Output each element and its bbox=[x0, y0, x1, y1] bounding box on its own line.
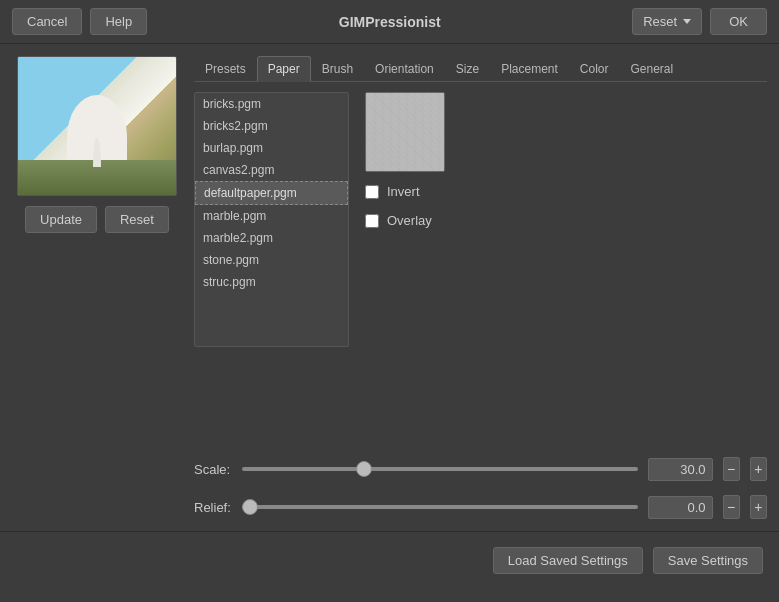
left-reset-button[interactable]: Reset bbox=[105, 206, 169, 233]
list-item[interactable]: marble2.pgm bbox=[195, 227, 348, 249]
relief-decrement-button[interactable]: − bbox=[723, 495, 740, 519]
scale-value-input[interactable] bbox=[648, 458, 713, 481]
invert-label: Invert bbox=[387, 184, 420, 199]
chevron-down-icon bbox=[683, 19, 691, 24]
overlay-label: Overlay bbox=[387, 213, 432, 228]
tab-placement[interactable]: Placement bbox=[490, 56, 569, 81]
tab-brush[interactable]: Brush bbox=[311, 56, 364, 81]
bottom-bar: Load Saved Settings Save Settings bbox=[0, 531, 779, 589]
relief-slider[interactable] bbox=[242, 505, 638, 509]
reset-dropdown-button[interactable]: Reset bbox=[632, 8, 702, 35]
list-item[interactable]: bricks2.pgm bbox=[195, 115, 348, 137]
scale-row: Scale: − + bbox=[194, 457, 767, 481]
update-button[interactable]: Update bbox=[25, 206, 97, 233]
relief-label: Relief: bbox=[194, 500, 232, 515]
invert-checkbox[interactable] bbox=[365, 185, 379, 199]
app-title: GIMPressionist bbox=[339, 14, 441, 30]
reset-label: Reset bbox=[643, 14, 677, 29]
load-settings-button[interactable]: Load Saved Settings bbox=[493, 547, 643, 574]
invert-row: Invert bbox=[365, 182, 445, 201]
paper-texture bbox=[366, 93, 444, 171]
bottom-right: Load Saved Settings Save Settings bbox=[493, 547, 763, 574]
help-button[interactable]: Help bbox=[90, 8, 147, 35]
paper-preview-image bbox=[365, 92, 445, 172]
paper-right: Invert Overlay bbox=[365, 92, 445, 447]
list-item[interactable]: canvas2.pgm bbox=[195, 159, 348, 181]
list-item[interactable]: burlap.pgm bbox=[195, 137, 348, 159]
tab-general[interactable]: General bbox=[620, 56, 685, 81]
overlay-row: Overlay bbox=[365, 211, 445, 230]
ok-button[interactable]: OK bbox=[710, 8, 767, 35]
tab-size[interactable]: Size bbox=[445, 56, 490, 81]
tab-paper[interactable]: Paper bbox=[257, 56, 311, 82]
scale-decrement-button[interactable]: − bbox=[723, 457, 740, 481]
list-item[interactable]: stone.pgm bbox=[195, 249, 348, 271]
left-buttons: Update Reset bbox=[25, 206, 169, 233]
scale-slider[interactable] bbox=[242, 467, 638, 471]
overlay-checkbox[interactable] bbox=[365, 214, 379, 228]
list-item-selected[interactable]: defaultpaper.pgm bbox=[195, 181, 348, 205]
tab-color[interactable]: Color bbox=[569, 56, 620, 81]
title-bar: Cancel Help GIMPressionist Reset OK bbox=[0, 0, 779, 44]
preview-image bbox=[17, 56, 177, 196]
list-item[interactable]: bricks.pgm bbox=[195, 93, 348, 115]
scale-increment-button[interactable]: + bbox=[750, 457, 767, 481]
cancel-button[interactable]: Cancel bbox=[12, 8, 82, 35]
paper-list[interactable]: bricks.pgm bricks2.pgm burlap.pgm canvas… bbox=[194, 92, 349, 347]
scale-label: Scale: bbox=[194, 462, 232, 477]
title-bar-right: Reset OK bbox=[632, 8, 767, 35]
relief-value-input[interactable] bbox=[648, 496, 713, 519]
title-bar-left: Cancel Help bbox=[12, 8, 147, 35]
list-item[interactable]: struc.pgm bbox=[195, 271, 348, 293]
relief-row: Relief: − + bbox=[194, 495, 767, 519]
tab-presets[interactable]: Presets bbox=[194, 56, 257, 81]
main-content: Update Reset Presets Paper Brush Orienta… bbox=[0, 44, 779, 531]
tab-orientation[interactable]: Orientation bbox=[364, 56, 445, 81]
preview-ground bbox=[18, 160, 176, 195]
relief-increment-button[interactable]: + bbox=[750, 495, 767, 519]
sliders-section: Scale: − + Relief: − + bbox=[194, 457, 767, 519]
list-item[interactable]: marble.pgm bbox=[195, 205, 348, 227]
left-panel: Update Reset bbox=[12, 56, 182, 519]
right-panel: Presets Paper Brush Orientation Size Pla… bbox=[194, 56, 767, 519]
tab-bar: Presets Paper Brush Orientation Size Pla… bbox=[194, 56, 767, 82]
paper-tab-content: bricks.pgm bricks2.pgm burlap.pgm canvas… bbox=[194, 92, 767, 447]
save-settings-button[interactable]: Save Settings bbox=[653, 547, 763, 574]
